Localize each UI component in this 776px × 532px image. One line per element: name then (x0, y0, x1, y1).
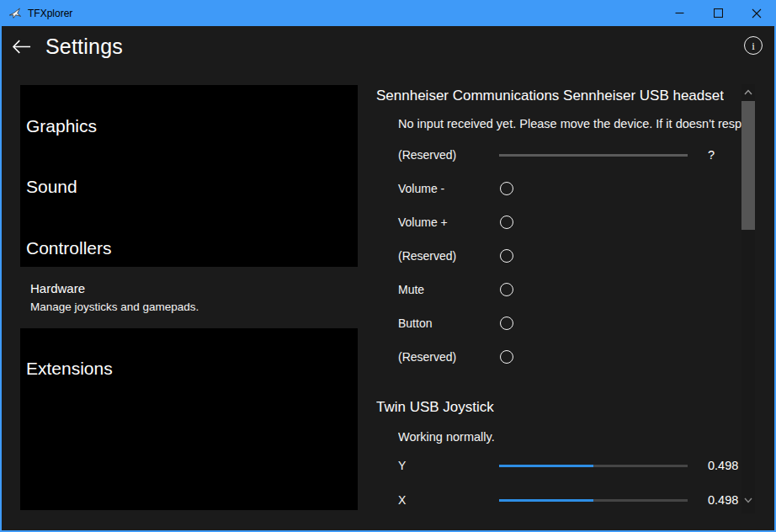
axis-bar (499, 465, 688, 467)
axis-label: X (398, 492, 406, 508)
maximize-icon (714, 8, 723, 18)
titlebar[interactable]: TFXplorer (0, 0, 776, 26)
page-title: Settings (45, 35, 123, 59)
device-status: Working normally. (398, 430, 741, 444)
close-icon (752, 8, 762, 19)
axis-value: ? (708, 147, 715, 162)
hardware-subtitle: Manage joysticks and gamepads. (30, 300, 350, 315)
axis-bar (499, 154, 688, 157)
scrollbar-thumb[interactable] (741, 101, 755, 230)
axis-bar-fill (499, 465, 593, 467)
axis-value: 0.498 (708, 458, 738, 473)
button-state-indicator (500, 317, 513, 330)
window-title: TFXplorer (28, 8, 72, 19)
info-button[interactable]: i (743, 35, 763, 56)
minimize-button[interactable] (660, 0, 699, 26)
scroll-up-button[interactable] (744, 88, 752, 95)
button-state-indicator (500, 249, 513, 263)
scrollbar[interactable] (741, 84, 755, 513)
axis-bar (499, 499, 688, 502)
back-arrow-icon (13, 40, 31, 54)
axis-label: Y (398, 458, 406, 473)
button-label: Button (398, 316, 432, 331)
settings-nav-panel: Graphics Sound Controllers (20, 85, 358, 267)
sidebar-item-controllers[interactable]: Controllers (26, 236, 353, 261)
chevron-up-icon (744, 89, 752, 95)
minimize-icon (675, 8, 684, 18)
device-name: Twin USB Joystick (376, 399, 494, 416)
sidebar-item-graphics[interactable]: Graphics (26, 114, 353, 139)
button-state-indicator (500, 283, 513, 296)
hardware-title: Hardware (30, 280, 350, 297)
hardware-devices-panel: Sennheiser Communications Sennheiser USB… (376, 0, 741, 532)
sidebar-item-sound[interactable]: Sound (26, 174, 353, 200)
device-status: No input received yet. Please move the d… (398, 117, 741, 130)
button-label: (Reserved) (398, 349, 456, 364)
info-icon: i (744, 36, 763, 55)
scroll-down-button[interactable] (744, 497, 752, 503)
app-window: TFXplorer Settings i Graphics Sound Cont… (0, 0, 776, 532)
axis-label: (Reserved) (398, 147, 456, 162)
chevron-down-icon (744, 497, 752, 503)
button-state-indicator (500, 350, 513, 364)
axis-value: 0.498 (708, 492, 738, 508)
window-border-left (0, 0, 2, 532)
extensions-nav-panel: Extensions (20, 328, 358, 510)
back-button[interactable] (9, 35, 35, 58)
button-label: Volume - (398, 181, 444, 196)
button-label: Mute (398, 282, 424, 297)
maximize-button[interactable] (699, 0, 737, 26)
app-jet-aircraft-icon (8, 7, 22, 20)
button-state-indicator (500, 182, 513, 195)
button-label: (Reserved) (398, 248, 456, 263)
button-state-indicator (500, 215, 513, 229)
axis-bar-fill (499, 499, 593, 502)
device-name: Sennheiser Communications Sennheiser USB… (376, 88, 724, 104)
sidebar-item-hardware[interactable]: Hardware Manage joysticks and gamepads. (30, 280, 350, 315)
sidebar-item-extensions[interactable]: Extensions (26, 356, 353, 381)
button-label: Volume + (398, 215, 448, 230)
close-button[interactable] (737, 0, 776, 26)
